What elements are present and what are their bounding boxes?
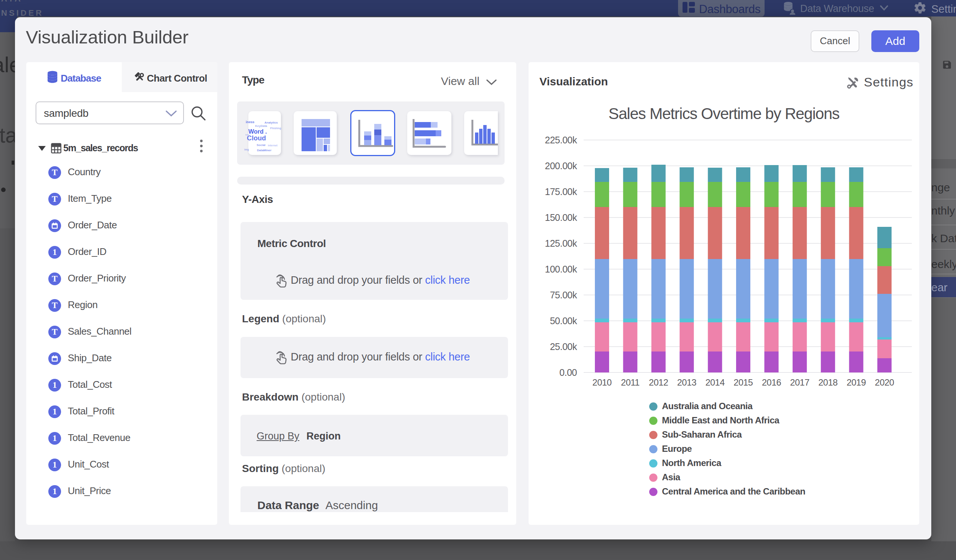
svg-text:2020: 2020 [875,377,894,387]
svg-text:225.00k: 225.00k [545,135,577,145]
svg-text:2010: 2010 [592,377,612,387]
svg-text:2014: 2014 [705,377,725,387]
svg-text:200.00k: 200.00k [545,161,577,171]
svg-text:75.00k: 75.00k [550,290,577,300]
svg-text:2015: 2015 [733,377,753,387]
svg-text:2012: 2012 [649,377,668,387]
svg-text:2018: 2018 [819,377,838,387]
svg-text:2016: 2016 [762,377,781,387]
svg-text:25.00k: 25.00k [550,341,577,352]
svg-text:2011: 2011 [621,377,640,387]
svg-text:175.00k: 175.00k [545,187,577,197]
svg-text:100.00k: 100.00k [545,264,577,275]
svg-text:2013: 2013 [677,377,697,387]
svg-text:2017: 2017 [790,377,810,387]
svg-text:2019: 2019 [847,377,866,387]
svg-text:0.00: 0.00 [559,367,577,378]
svg-text:125.00k: 125.00k [545,238,577,249]
svg-text:150.00k: 150.00k [545,212,577,223]
svg-text:50.00k: 50.00k [550,315,577,326]
